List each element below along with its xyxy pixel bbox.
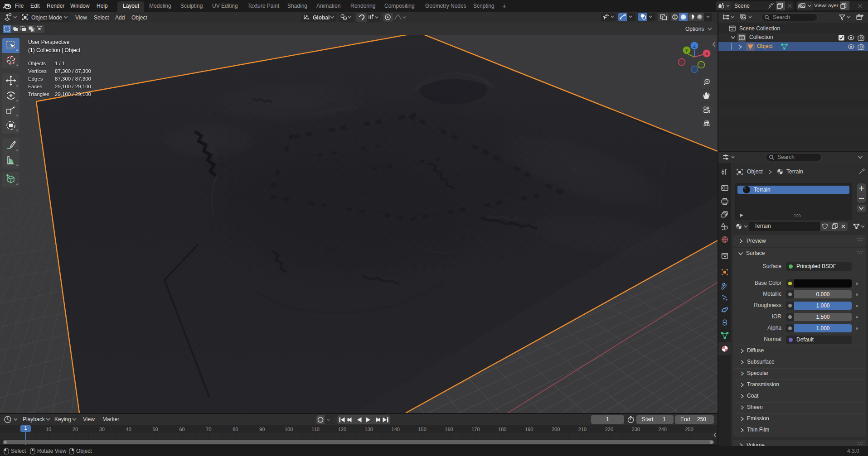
- svg-text:X: X: [705, 52, 708, 56]
- svg-text:Z: Z: [693, 44, 696, 48]
- svg-text:Y: Y: [685, 48, 688, 53]
